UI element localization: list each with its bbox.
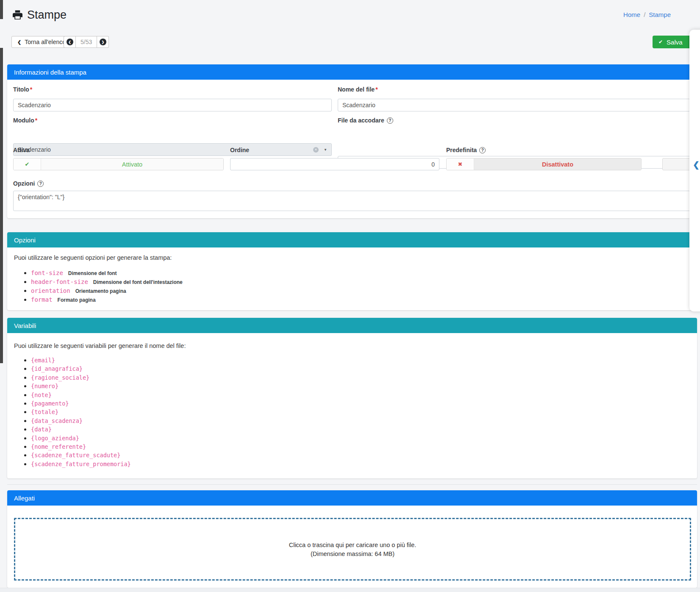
record-pager: ❮ 5/53 ❯	[64, 36, 109, 48]
variable-item: {logo_azienda}	[31, 434, 690, 442]
back-to-list-label: Torna all'elenco	[25, 39, 66, 45]
sidebar-edge	[0, 48, 3, 363]
arrow-circle-left-icon: ❮	[67, 39, 73, 45]
titolo-input[interactable]	[13, 99, 332, 111]
page-header: Stampe	[13, 8, 67, 22]
arrow-circle-right-icon: ❯	[100, 39, 106, 45]
page-title: Stampe	[27, 8, 67, 22]
file-accodare-label: File da accodare ?	[338, 117, 393, 124]
cross-icon: ✖	[447, 158, 474, 170]
opzioni-label: Opzioni ?	[13, 180, 44, 187]
side-slide-panel: ❮	[689, 30, 700, 311]
help-icon[interactable]: ?	[387, 117, 393, 124]
predefinita-state-label: Disattivato	[474, 158, 641, 170]
ordine-label: Ordine	[230, 147, 249, 153]
variable-item: {email}	[31, 356, 690, 364]
check-icon: ✔	[14, 158, 41, 170]
record-counter: 5/53	[75, 36, 97, 48]
variables-intro: Puoi utilizzare le seguenti variabili pe…	[14, 342, 690, 349]
next-record-button[interactable]: ❯	[97, 36, 109, 48]
attiva-label: Attiva	[13, 147, 30, 153]
ordine-input[interactable]	[230, 158, 439, 170]
variables-panel: Variabili Puoi utilizzare le seguenti va…	[7, 318, 697, 478]
required-marker: *	[35, 117, 37, 124]
option-item: orientationOrientamento pagina	[31, 286, 690, 295]
options-intro: Puoi utilizzare le seguenti opzioni per …	[14, 254, 690, 261]
predefinita-toggle[interactable]: ✖ Disattivato	[446, 158, 642, 170]
variable-item: {totale}	[31, 408, 690, 416]
options-panel-header: Opzioni	[7, 232, 697, 247]
opzioni-textarea[interactable]: {"orientation": "L"}	[13, 191, 690, 211]
variable-item: {nome_referente}	[31, 442, 690, 451]
variable-item: {pagamento}	[31, 399, 690, 408]
check-icon: ✔	[658, 39, 663, 45]
required-marker: *	[375, 86, 378, 93]
options-panel: Opzioni Puoi utilizzare le seguenti opzi…	[7, 232, 697, 310]
panel-open-chevron-icon[interactable]: ❮	[693, 160, 700, 170]
previous-record-button[interactable]: ❮	[64, 36, 75, 48]
attiva-toggle[interactable]: ✔ Attivato	[13, 158, 224, 170]
section-divider	[7, 484, 697, 485]
dropzone-max-size: (Dimensione massima: 64 MB)	[311, 550, 394, 557]
variable-item: {ragione_sociale}	[31, 373, 690, 382]
sidebar-edge-top	[0, 0, 3, 19]
clear-selection-icon[interactable]: ×	[313, 147, 319, 153]
required-marker: *	[30, 86, 32, 93]
option-item: header-font-sizeDimensione del font dell…	[31, 278, 690, 286]
option-item: formatFormato pagina	[31, 295, 690, 304]
save-label: Salva	[667, 39, 683, 46]
nome-file-label: Nome del file*	[338, 86, 378, 93]
option-item: font-sizeDimensione del font	[31, 269, 690, 278]
attiva-state-label: Attivato	[41, 158, 223, 170]
attachments-panel-header: Allegati	[7, 490, 697, 506]
back-to-list-button[interactable]: ❮ Torna all'elenco	[11, 36, 72, 48]
breadcrumb: Home / Stampe	[623, 11, 671, 18]
variable-item: {note}	[31, 391, 690, 399]
back-chevron-icon: ❮	[17, 39, 21, 45]
predefinita-label: Predefinita ?	[446, 147, 486, 153]
variable-item: {scadenze_fatture_scadute}	[31, 451, 690, 459]
breadcrumb-current-link[interactable]: Stampe	[649, 11, 671, 18]
modulo-select[interactable]: Scadenzario × ▼	[13, 143, 332, 156]
variable-item: {data_scadenza}	[31, 417, 690, 425]
select-caret-icon: ▼	[324, 148, 327, 152]
attachments-panel: Allegati Clicca o trascina qui per caric…	[7, 490, 697, 588]
variables-panel-header: Variabili	[7, 318, 697, 333]
printer-icon	[13, 10, 22, 20]
dropzone-instruction: Clicca o trascina qui per caricare uno o…	[289, 542, 417, 548]
print-info-panel-header: Informazioni della stampa	[7, 64, 697, 80]
footer-edge	[0, 588, 700, 592]
variable-item: {numero}	[31, 382, 690, 390]
variable-item: {data}	[31, 425, 690, 434]
print-info-panel: Informazioni della stampa Titolo* Nome d…	[7, 64, 697, 218]
breadcrumb-separator: /	[644, 11, 645, 18]
help-icon[interactable]: ?	[37, 181, 44, 187]
page: Stampe Home / Stampe ❮ Torna all'elenco …	[0, 0, 700, 592]
variables-list: {email}{id_anagrafica}{ragione_sociale}{…	[14, 356, 690, 468]
titolo-label: Titolo*	[13, 86, 32, 93]
options-list: font-sizeDimensione del fontheader-font-…	[14, 269, 690, 304]
file-dropzone[interactable]: Clicca o trascina qui per caricare uno o…	[14, 518, 691, 581]
breadcrumb-home-link[interactable]: Home	[623, 11, 640, 18]
help-icon[interactable]: ?	[479, 147, 486, 153]
nome-file-input[interactable]	[338, 99, 690, 111]
variable-item: {scadenze_fatture_promemoria}	[31, 460, 690, 468]
variable-item: {id_anagrafica}	[31, 364, 690, 373]
modulo-label: Modulo*	[13, 117, 37, 124]
